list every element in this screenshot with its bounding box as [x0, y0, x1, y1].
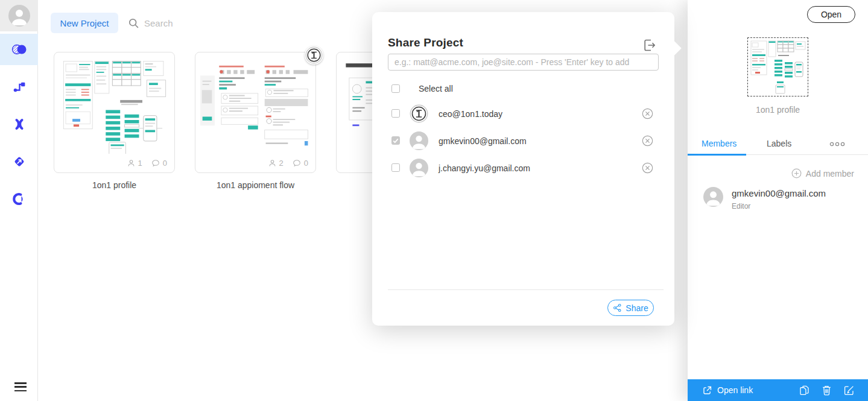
selected-project-name: 1on1 profile [688, 105, 868, 115]
footer-actions [799, 385, 855, 396]
share-user-row: ceo@1on1.today [372, 100, 674, 127]
remove-user-icon[interactable] [642, 162, 653, 174]
search-box[interactable]: Search [128, 14, 173, 31]
app-root: New Project Search [0, 0, 868, 401]
delete-icon[interactable] [822, 385, 832, 396]
share-button[interactable]: Share [607, 300, 654, 316]
export-share-icon[interactable] [642, 37, 657, 53]
user-checkbox[interactable] [391, 109, 400, 118]
add-member-button[interactable]: Add member [791, 168, 854, 178]
share-user-row: gmkevin00@gmail.com [372, 127, 674, 154]
details-panel: Open [688, 0, 868, 401]
tab-labels[interactable]: Labels [767, 139, 791, 148]
select-all-checkbox[interactable] [391, 84, 400, 93]
mini-thumbnail-icon [748, 38, 808, 96]
comment-icon [292, 159, 302, 168]
divider [388, 289, 664, 290]
open-button[interactable]: Open [807, 6, 855, 23]
email-input[interactable] [388, 54, 659, 71]
project-thumbnail [59, 58, 170, 154]
edit-icon[interactable] [843, 385, 855, 396]
user-checkbox[interactable] [391, 163, 400, 172]
owner-badge [305, 46, 323, 65]
new-project-button[interactable]: New Project [51, 13, 118, 33]
hamburger-menu-icon[interactable] [14, 382, 27, 391]
flow-nodes-icon [12, 80, 27, 94]
modal-title: Share Project [388, 36, 463, 49]
active-tab-indicator [688, 154, 746, 156]
curly-transitions-icon [12, 117, 27, 131]
member-row: gmkevin00@gmail.com Editor [703, 187, 826, 210]
person-icon [268, 159, 277, 168]
sidebar-item-flows[interactable] [0, 71, 38, 103]
share-modal: Share Project Select all ceo@1on1.today [372, 12, 674, 326]
card-meta: 2 0 [268, 159, 308, 168]
tabs-overflow-icon[interactable] [829, 142, 845, 147]
share-user-list: ceo@1on1.today gmkevin00@gmail.com [372, 100, 674, 182]
sidebar-item-charts[interactable] [0, 183, 38, 215]
members-count: 2 [268, 159, 284, 168]
remove-user-icon[interactable] [642, 135, 653, 147]
user-email: j.changyi.yu@gmail.com [439, 163, 530, 173]
members-count: 1 [127, 159, 142, 168]
project-name: 1on1 appioment flow [195, 180, 316, 190]
select-all-label: Select all [419, 84, 453, 93]
select-all-row[interactable]: Select all [391, 84, 453, 93]
user-checkbox[interactable] [391, 136, 400, 145]
comments-count: 0 [292, 159, 308, 168]
sidebar-item-share[interactable] [0, 146, 38, 177]
external-link-icon [702, 385, 712, 396]
sidebar-item-projects[interactable] [0, 34, 38, 65]
search-placeholder: Search [144, 18, 173, 28]
member-email: gmkevin00@gmail.com [732, 188, 826, 198]
member-role: Editor [732, 202, 826, 210]
tab-members[interactable]: Members [702, 139, 737, 148]
project-thumbnail [200, 58, 311, 154]
duplicate-icon[interactable] [799, 385, 810, 396]
share-nodes-icon [613, 303, 622, 312]
project-card[interactable]: 2 0 [195, 52, 316, 173]
avatar-icon [8, 5, 30, 27]
avatar-icon [410, 131, 428, 150]
overlapping-circles-icon [11, 43, 27, 56]
1on1-logo-icon [305, 46, 323, 64]
sidebar-item-transitions[interactable] [0, 109, 38, 140]
1on1-logo-icon [410, 104, 428, 123]
share-user-row: j.changyi.yu@gmail.com [372, 154, 674, 182]
comments-count: 0 [151, 159, 167, 168]
panel-footer: Open link [688, 379, 868, 401]
search-icon [128, 17, 139, 29]
user-email: gmkevin00@gmail.com [439, 136, 527, 146]
user-email: ceo@1on1.today [439, 109, 502, 119]
plus-circle-icon [791, 168, 802, 178]
project-card[interactable]: 1 0 [54, 52, 175, 173]
sidebar [0, 0, 38, 401]
user-avatar[interactable] [0, 0, 38, 31]
card-meta: 1 0 [127, 159, 167, 168]
pie-chart-icon [12, 192, 27, 206]
person-icon [127, 159, 136, 168]
send-diamond-icon [12, 154, 27, 169]
open-link-button[interactable]: Open link [702, 385, 753, 396]
avatar-icon [703, 187, 723, 207]
selected-project-thumbnail[interactable] [747, 37, 808, 96]
project-name: 1on1 profile [54, 180, 175, 190]
comment-icon [151, 159, 160, 168]
panel-tabs: Members Labels [688, 135, 868, 155]
avatar-icon [410, 159, 428, 177]
remove-user-icon[interactable] [642, 108, 653, 119]
